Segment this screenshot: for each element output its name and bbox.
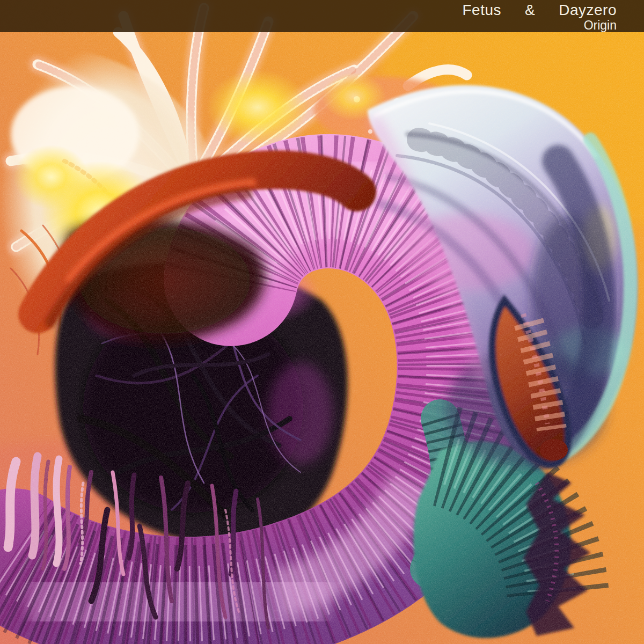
artist-primary: Fetus bbox=[463, 2, 502, 19]
artist-secondary: Dayzero bbox=[559, 2, 617, 19]
artist-line: Fetus & Dayzero bbox=[463, 2, 617, 19]
album-cover: Fetus & Dayzero Origin bbox=[0, 0, 644, 644]
album-title: Origin bbox=[463, 19, 617, 32]
banner-text-block: Fetus & Dayzero Origin bbox=[463, 2, 617, 32]
film-grain-overlay bbox=[0, 0, 644, 644]
title-banner: Fetus & Dayzero Origin bbox=[0, 0, 644, 32]
cover-artwork bbox=[0, 0, 644, 644]
artist-separator: & bbox=[525, 2, 535, 19]
